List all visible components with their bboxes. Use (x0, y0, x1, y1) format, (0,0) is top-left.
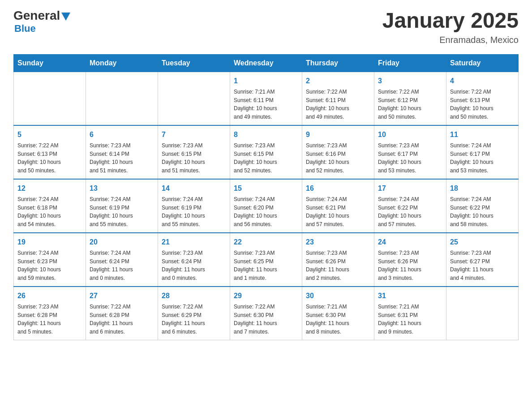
day-number: 18 (450, 183, 515, 194)
day-info: Sunrise: 7:23 AM Sunset: 6:15 PM Dayligh… (234, 142, 277, 174)
day-info: Sunrise: 7:22 AM Sunset: 6:13 PM Dayligh… (17, 142, 61, 174)
day-number: 8 (234, 129, 298, 140)
day-number: 25 (450, 237, 515, 248)
day-number: 20 (90, 237, 154, 248)
day-number: 29 (234, 291, 298, 301)
day-info: Sunrise: 7:24 AM Sunset: 6:24 PM Dayligh… (90, 250, 133, 281)
day-number: 2 (306, 76, 370, 86)
calendar-cell: 18Sunrise: 7:24 AM Sunset: 6:22 PM Dayli… (446, 179, 519, 233)
day-number: 3 (378, 76, 442, 86)
calendar-cell: 10Sunrise: 7:23 AM Sunset: 6:17 PM Dayli… (374, 125, 446, 179)
calendar-cell: 8Sunrise: 7:23 AM Sunset: 6:15 PM Daylig… (230, 125, 302, 179)
day-info: Sunrise: 7:22 AM Sunset: 6:29 PM Dayligh… (162, 304, 205, 335)
calendar-cell: 1Sunrise: 7:21 AM Sunset: 6:11 PM Daylig… (230, 72, 302, 125)
calendar-cell: 22Sunrise: 7:23 AM Sunset: 6:25 PM Dayli… (230, 233, 302, 287)
calendar-cell: 25Sunrise: 7:23 AM Sunset: 6:27 PM Dayli… (446, 233, 519, 287)
weekday-header-row: SundayMondayTuesdayWednesdayThursdayFrid… (14, 54, 519, 72)
day-info: Sunrise: 7:23 AM Sunset: 6:26 PM Dayligh… (306, 250, 349, 281)
day-number: 6 (90, 129, 154, 140)
calendar-cell: 24Sunrise: 7:23 AM Sunset: 6:26 PM Dayli… (374, 233, 446, 287)
logo: General Blue (13, 9, 70, 34)
day-info: Sunrise: 7:23 AM Sunset: 6:14 PM Dayligh… (90, 142, 133, 174)
day-info: Sunrise: 7:23 AM Sunset: 6:15 PM Dayligh… (162, 142, 205, 174)
day-info: Sunrise: 7:22 AM Sunset: 6:12 PM Dayligh… (378, 89, 421, 120)
day-info: Sunrise: 7:21 AM Sunset: 6:31 PM Dayligh… (378, 304, 421, 335)
calendar-cell (14, 72, 86, 125)
weekday-header-sunday: Sunday (14, 54, 86, 72)
calendar-cell: 5Sunrise: 7:22 AM Sunset: 6:13 PM Daylig… (14, 125, 86, 179)
day-number: 5 (17, 129, 82, 140)
calendar-cell: 9Sunrise: 7:23 AM Sunset: 6:16 PM Daylig… (302, 125, 374, 179)
day-info: Sunrise: 7:23 AM Sunset: 6:25 PM Dayligh… (234, 250, 277, 281)
calendar-cell: 20Sunrise: 7:24 AM Sunset: 6:24 PM Dayli… (86, 233, 158, 287)
calendar-week-row: 5Sunrise: 7:22 AM Sunset: 6:13 PM Daylig… (14, 125, 519, 179)
day-number: 12 (17, 183, 82, 194)
calendar-cell: 17Sunrise: 7:24 AM Sunset: 6:22 PM Dayli… (374, 179, 446, 233)
day-number: 1 (234, 76, 298, 86)
day-info: Sunrise: 7:22 AM Sunset: 6:30 PM Dayligh… (234, 304, 277, 335)
day-info: Sunrise: 7:24 AM Sunset: 6:19 PM Dayligh… (162, 196, 205, 227)
day-number: 27 (90, 291, 154, 301)
day-number: 10 (378, 129, 442, 140)
day-number: 21 (162, 237, 226, 248)
day-number: 24 (378, 237, 442, 248)
weekday-header-thursday: Thursday (302, 54, 374, 72)
day-info: Sunrise: 7:23 AM Sunset: 6:26 PM Dayligh… (378, 250, 421, 281)
day-info: Sunrise: 7:23 AM Sunset: 6:24 PM Dayligh… (162, 250, 205, 281)
calendar-cell: 19Sunrise: 7:24 AM Sunset: 6:23 PM Dayli… (14, 233, 86, 287)
title-section: January 2025 Enramadas, Mexico (382, 9, 519, 45)
calendar-cell: 4Sunrise: 7:22 AM Sunset: 6:13 PM Daylig… (446, 72, 519, 125)
day-number: 22 (234, 237, 298, 248)
calendar-cell: 28Sunrise: 7:22 AM Sunset: 6:29 PM Dayli… (158, 287, 230, 340)
calendar-cell: 27Sunrise: 7:22 AM Sunset: 6:28 PM Dayli… (86, 287, 158, 340)
day-info: Sunrise: 7:24 AM Sunset: 6:17 PM Dayligh… (450, 142, 493, 174)
calendar-cell: 3Sunrise: 7:22 AM Sunset: 6:12 PM Daylig… (374, 72, 446, 125)
page-header: General Blue January 2025 Enramadas, Mex… (13, 9, 519, 45)
calendar-cell (446, 287, 519, 340)
calendar-cell (158, 72, 230, 125)
calendar-cell: 29Sunrise: 7:22 AM Sunset: 6:30 PM Dayli… (230, 287, 302, 340)
day-info: Sunrise: 7:21 AM Sunset: 6:30 PM Dayligh… (306, 304, 349, 335)
day-info: Sunrise: 7:21 AM Sunset: 6:11 PM Dayligh… (234, 89, 277, 120)
day-number: 15 (234, 183, 298, 194)
weekday-header-tuesday: Tuesday (158, 54, 230, 72)
calendar-cell: 15Sunrise: 7:24 AM Sunset: 6:20 PM Dayli… (230, 179, 302, 233)
day-number: 30 (306, 291, 370, 301)
calendar-cell: 31Sunrise: 7:21 AM Sunset: 6:31 PM Dayli… (374, 287, 446, 340)
calendar-title: January 2025 (382, 9, 519, 33)
day-info: Sunrise: 7:24 AM Sunset: 6:19 PM Dayligh… (90, 196, 133, 227)
day-info: Sunrise: 7:24 AM Sunset: 6:23 PM Dayligh… (17, 250, 61, 281)
calendar-cell: 14Sunrise: 7:24 AM Sunset: 6:19 PM Dayli… (158, 179, 230, 233)
calendar-subtitle: Enramadas, Mexico (382, 35, 519, 45)
calendar-cell: 13Sunrise: 7:24 AM Sunset: 6:19 PM Dayli… (86, 179, 158, 233)
calendar-cell: 7Sunrise: 7:23 AM Sunset: 6:15 PM Daylig… (158, 125, 230, 179)
day-info: Sunrise: 7:24 AM Sunset: 6:22 PM Dayligh… (450, 196, 493, 227)
day-number: 11 (450, 129, 515, 140)
day-info: Sunrise: 7:24 AM Sunset: 6:18 PM Dayligh… (17, 196, 61, 227)
weekday-header-wednesday: Wednesday (230, 54, 302, 72)
calendar-cell: 26Sunrise: 7:23 AM Sunset: 6:28 PM Dayli… (14, 287, 86, 340)
day-info: Sunrise: 7:23 AM Sunset: 6:17 PM Dayligh… (378, 142, 421, 174)
calendar-cell: 30Sunrise: 7:21 AM Sunset: 6:30 PM Dayli… (302, 287, 374, 340)
calendar-cell: 23Sunrise: 7:23 AM Sunset: 6:26 PM Dayli… (302, 233, 374, 287)
day-number: 16 (306, 183, 370, 194)
day-info: Sunrise: 7:24 AM Sunset: 6:22 PM Dayligh… (378, 196, 421, 227)
day-number: 28 (162, 291, 226, 301)
calendar-week-row: 19Sunrise: 7:24 AM Sunset: 6:23 PM Dayli… (14, 233, 519, 287)
calendar-cell: 12Sunrise: 7:24 AM Sunset: 6:18 PM Dayli… (14, 179, 86, 233)
day-number: 31 (378, 291, 442, 301)
day-number: 13 (90, 183, 154, 194)
day-info: Sunrise: 7:22 AM Sunset: 6:11 PM Dayligh… (306, 89, 349, 120)
logo-triangle-icon (61, 13, 70, 21)
day-number: 4 (450, 76, 515, 86)
calendar-cell: 2Sunrise: 7:22 AM Sunset: 6:11 PM Daylig… (302, 72, 374, 125)
day-number: 19 (17, 237, 82, 248)
calendar-cell (86, 72, 158, 125)
day-number: 14 (162, 183, 226, 194)
day-info: Sunrise: 7:23 AM Sunset: 6:16 PM Dayligh… (306, 142, 349, 174)
weekday-header-saturday: Saturday (446, 54, 519, 72)
weekday-header-monday: Monday (86, 54, 158, 72)
day-info: Sunrise: 7:24 AM Sunset: 6:20 PM Dayligh… (234, 196, 277, 227)
day-info: Sunrise: 7:23 AM Sunset: 6:27 PM Dayligh… (450, 250, 493, 281)
day-info: Sunrise: 7:22 AM Sunset: 6:28 PM Dayligh… (90, 304, 133, 335)
